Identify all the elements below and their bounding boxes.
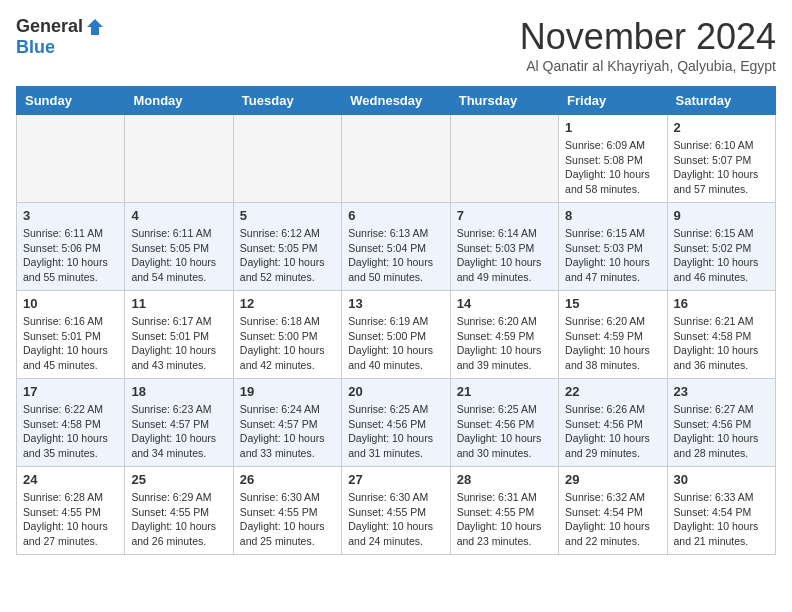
day-number: 21 (457, 384, 552, 399)
cell-info: Sunrise: 6:21 AMSunset: 4:58 PMDaylight:… (674, 314, 769, 373)
day-number: 9 (674, 208, 769, 223)
calendar-week-row: 10Sunrise: 6:16 AMSunset: 5:01 PMDayligh… (17, 291, 776, 379)
cell-info: Sunrise: 6:17 AMSunset: 5:01 PMDaylight:… (131, 314, 226, 373)
day-number: 10 (23, 296, 118, 311)
day-number: 15 (565, 296, 660, 311)
calendar-cell: 28Sunrise: 6:31 AMSunset: 4:55 PMDayligh… (450, 467, 558, 555)
day-number: 11 (131, 296, 226, 311)
weekday-header-thursday: Thursday (450, 87, 558, 115)
cell-info: Sunrise: 6:11 AMSunset: 5:05 PMDaylight:… (131, 226, 226, 285)
cell-info: Sunrise: 6:20 AMSunset: 4:59 PMDaylight:… (565, 314, 660, 373)
cell-info: Sunrise: 6:29 AMSunset: 4:55 PMDaylight:… (131, 490, 226, 549)
cell-info: Sunrise: 6:15 AMSunset: 5:03 PMDaylight:… (565, 226, 660, 285)
day-number: 24 (23, 472, 118, 487)
calendar-week-row: 3Sunrise: 6:11 AMSunset: 5:06 PMDaylight… (17, 203, 776, 291)
cell-info: Sunrise: 6:18 AMSunset: 5:00 PMDaylight:… (240, 314, 335, 373)
calendar-body: 1Sunrise: 6:09 AMSunset: 5:08 PMDaylight… (17, 115, 776, 555)
calendar-cell: 6Sunrise: 6:13 AMSunset: 5:04 PMDaylight… (342, 203, 450, 291)
calendar-cell: 3Sunrise: 6:11 AMSunset: 5:06 PMDaylight… (17, 203, 125, 291)
title-section: November 2024 Al Qanatir al Khayriyah, Q… (520, 16, 776, 74)
calendar-cell (233, 115, 341, 203)
day-number: 29 (565, 472, 660, 487)
cell-info: Sunrise: 6:20 AMSunset: 4:59 PMDaylight:… (457, 314, 552, 373)
day-number: 7 (457, 208, 552, 223)
day-number: 20 (348, 384, 443, 399)
calendar-week-row: 24Sunrise: 6:28 AMSunset: 4:55 PMDayligh… (17, 467, 776, 555)
calendar-cell: 7Sunrise: 6:14 AMSunset: 5:03 PMDaylight… (450, 203, 558, 291)
weekday-header-tuesday: Tuesday (233, 87, 341, 115)
calendar-cell: 18Sunrise: 6:23 AMSunset: 4:57 PMDayligh… (125, 379, 233, 467)
cell-info: Sunrise: 6:11 AMSunset: 5:06 PMDaylight:… (23, 226, 118, 285)
calendar-cell: 5Sunrise: 6:12 AMSunset: 5:05 PMDaylight… (233, 203, 341, 291)
weekday-header-row: SundayMondayTuesdayWednesdayThursdayFrid… (17, 87, 776, 115)
calendar-cell: 8Sunrise: 6:15 AMSunset: 5:03 PMDaylight… (559, 203, 667, 291)
cell-info: Sunrise: 6:14 AMSunset: 5:03 PMDaylight:… (457, 226, 552, 285)
cell-info: Sunrise: 6:15 AMSunset: 5:02 PMDaylight:… (674, 226, 769, 285)
cell-info: Sunrise: 6:30 AMSunset: 4:55 PMDaylight:… (348, 490, 443, 549)
weekday-header-saturday: Saturday (667, 87, 775, 115)
calendar-cell: 2Sunrise: 6:10 AMSunset: 5:07 PMDaylight… (667, 115, 775, 203)
calendar-cell: 12Sunrise: 6:18 AMSunset: 5:00 PMDayligh… (233, 291, 341, 379)
day-number: 26 (240, 472, 335, 487)
cell-info: Sunrise: 6:26 AMSunset: 4:56 PMDaylight:… (565, 402, 660, 461)
calendar-cell: 15Sunrise: 6:20 AMSunset: 4:59 PMDayligh… (559, 291, 667, 379)
calendar-cell: 25Sunrise: 6:29 AMSunset: 4:55 PMDayligh… (125, 467, 233, 555)
calendar-cell (342, 115, 450, 203)
cell-info: Sunrise: 6:23 AMSunset: 4:57 PMDaylight:… (131, 402, 226, 461)
cell-info: Sunrise: 6:25 AMSunset: 4:56 PMDaylight:… (348, 402, 443, 461)
calendar-cell: 17Sunrise: 6:22 AMSunset: 4:58 PMDayligh… (17, 379, 125, 467)
location-subtitle: Al Qanatir al Khayriyah, Qalyubia, Egypt (520, 58, 776, 74)
cell-info: Sunrise: 6:30 AMSunset: 4:55 PMDaylight:… (240, 490, 335, 549)
day-number: 28 (457, 472, 552, 487)
cell-info: Sunrise: 6:09 AMSunset: 5:08 PMDaylight:… (565, 138, 660, 197)
logo: General Blue (16, 16, 105, 58)
day-number: 16 (674, 296, 769, 311)
cell-info: Sunrise: 6:25 AMSunset: 4:56 PMDaylight:… (457, 402, 552, 461)
calendar-cell: 30Sunrise: 6:33 AMSunset: 4:54 PMDayligh… (667, 467, 775, 555)
logo-icon (85, 17, 105, 37)
calendar-cell: 22Sunrise: 6:26 AMSunset: 4:56 PMDayligh… (559, 379, 667, 467)
cell-info: Sunrise: 6:24 AMSunset: 4:57 PMDaylight:… (240, 402, 335, 461)
calendar-cell: 1Sunrise: 6:09 AMSunset: 5:08 PMDaylight… (559, 115, 667, 203)
cell-info: Sunrise: 6:16 AMSunset: 5:01 PMDaylight:… (23, 314, 118, 373)
calendar-table: SundayMondayTuesdayWednesdayThursdayFrid… (16, 86, 776, 555)
day-number: 30 (674, 472, 769, 487)
day-number: 25 (131, 472, 226, 487)
calendar-cell: 13Sunrise: 6:19 AMSunset: 5:00 PMDayligh… (342, 291, 450, 379)
calendar-cell: 19Sunrise: 6:24 AMSunset: 4:57 PMDayligh… (233, 379, 341, 467)
day-number: 14 (457, 296, 552, 311)
day-number: 23 (674, 384, 769, 399)
calendar-cell: 26Sunrise: 6:30 AMSunset: 4:55 PMDayligh… (233, 467, 341, 555)
day-number: 19 (240, 384, 335, 399)
cell-info: Sunrise: 6:22 AMSunset: 4:58 PMDaylight:… (23, 402, 118, 461)
calendar-header: SundayMondayTuesdayWednesdayThursdayFrid… (17, 87, 776, 115)
calendar-week-row: 1Sunrise: 6:09 AMSunset: 5:08 PMDaylight… (17, 115, 776, 203)
calendar-cell: 21Sunrise: 6:25 AMSunset: 4:56 PMDayligh… (450, 379, 558, 467)
cell-info: Sunrise: 6:32 AMSunset: 4:54 PMDaylight:… (565, 490, 660, 549)
cell-info: Sunrise: 6:33 AMSunset: 4:54 PMDaylight:… (674, 490, 769, 549)
calendar-cell: 27Sunrise: 6:30 AMSunset: 4:55 PMDayligh… (342, 467, 450, 555)
calendar-cell: 4Sunrise: 6:11 AMSunset: 5:05 PMDaylight… (125, 203, 233, 291)
day-number: 3 (23, 208, 118, 223)
cell-info: Sunrise: 6:27 AMSunset: 4:56 PMDaylight:… (674, 402, 769, 461)
day-number: 22 (565, 384, 660, 399)
month-title: November 2024 (520, 16, 776, 58)
calendar-cell (17, 115, 125, 203)
cell-info: Sunrise: 6:19 AMSunset: 5:00 PMDaylight:… (348, 314, 443, 373)
day-number: 27 (348, 472, 443, 487)
logo-blue-text: Blue (16, 37, 55, 58)
svg-marker-0 (87, 19, 103, 35)
calendar-cell: 9Sunrise: 6:15 AMSunset: 5:02 PMDaylight… (667, 203, 775, 291)
day-number: 18 (131, 384, 226, 399)
calendar-cell: 16Sunrise: 6:21 AMSunset: 4:58 PMDayligh… (667, 291, 775, 379)
calendar-cell: 29Sunrise: 6:32 AMSunset: 4:54 PMDayligh… (559, 467, 667, 555)
page-header: General Blue November 2024 Al Qanatir al… (16, 16, 776, 74)
calendar-cell: 14Sunrise: 6:20 AMSunset: 4:59 PMDayligh… (450, 291, 558, 379)
cell-info: Sunrise: 6:28 AMSunset: 4:55 PMDaylight:… (23, 490, 118, 549)
day-number: 17 (23, 384, 118, 399)
cell-info: Sunrise: 6:10 AMSunset: 5:07 PMDaylight:… (674, 138, 769, 197)
day-number: 4 (131, 208, 226, 223)
calendar-cell (450, 115, 558, 203)
day-number: 12 (240, 296, 335, 311)
weekday-header-sunday: Sunday (17, 87, 125, 115)
